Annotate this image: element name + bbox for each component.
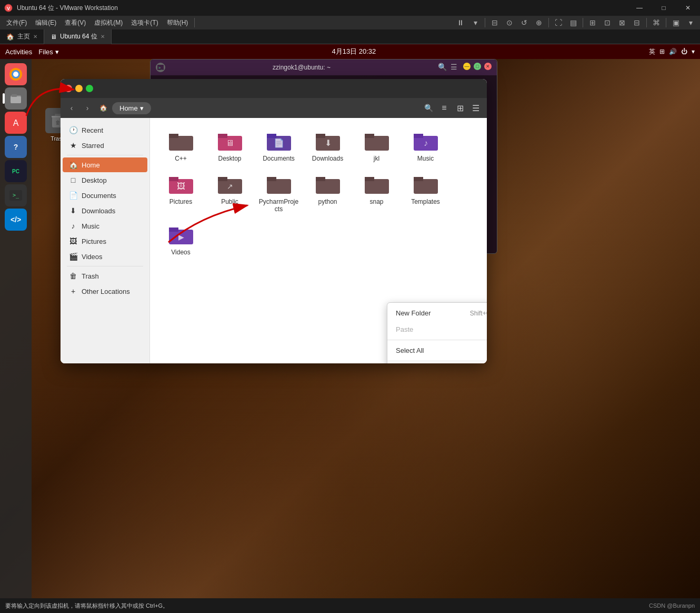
ctx-paste[interactable]: Paste xyxy=(387,321,487,338)
folder-python[interactable]: python xyxy=(305,170,350,216)
menu-help[interactable]: 帮助(H) xyxy=(163,17,193,28)
svg-rect-50 xyxy=(365,179,389,194)
menu-edit[interactable]: 编辑(E) xyxy=(31,17,61,28)
sidebar-item-recent[interactable]: 🕐 Recent xyxy=(63,123,147,137)
toolbar-fit-icon[interactable]: ⊠ xyxy=(615,17,629,28)
menu-vm[interactable]: 虚拟机(M) xyxy=(90,17,127,28)
dock-files[interactable] xyxy=(5,87,27,110)
bottombar-hint: 要将输入定向到该虚拟机，请将鼠标指针移入其中或按 Ctrl+G。 xyxy=(5,602,168,610)
videos-sidebar-icon: 🎬 xyxy=(69,252,77,261)
svg-text:A: A xyxy=(13,118,19,127)
topbar-dropdown-icon: ▾ xyxy=(692,48,695,55)
terminal-search-icon[interactable]: 🔍 xyxy=(438,63,447,72)
sidebar-separator-2 xyxy=(67,266,143,266)
sidebar-item-documents[interactable]: 📄 Documents xyxy=(63,188,147,203)
toolbar-usb-icon[interactable]: ⊟ xyxy=(487,17,502,28)
folder-videos[interactable]: ▶ Videos xyxy=(158,220,203,259)
svg-rect-47 xyxy=(267,177,276,181)
dock-firefox[interactable] xyxy=(5,63,27,85)
sidebar-item-downloads[interactable]: ⬇ Downloads xyxy=(63,203,147,218)
dock-pycharm[interactable]: PC xyxy=(5,160,27,182)
fm-view-toggle-button[interactable]: ⊞ xyxy=(453,101,467,115)
terminal-maximize-button[interactable]: □ xyxy=(474,63,481,70)
toolbar-display-dropdown[interactable]: ▾ xyxy=(683,17,698,28)
svg-rect-55 xyxy=(169,228,178,232)
home-tab-label: 主页 xyxy=(17,32,30,41)
fm-search-button[interactable]: 🔍 xyxy=(422,101,435,115)
menu-view[interactable]: 查看(V) xyxy=(61,17,90,28)
sep6 xyxy=(666,18,666,27)
menu-file[interactable]: 文件(F) xyxy=(2,17,31,28)
folder-jkl[interactable]: jkl xyxy=(354,126,399,165)
toolbar-ctrla-icon[interactable]: ⌘ xyxy=(649,17,664,28)
fm-view-list-button[interactable]: ≡ xyxy=(437,101,451,115)
vmware-close-button[interactable]: ✕ xyxy=(676,0,700,16)
ubuntu-dock: A ? PC >_ </> xyxy=(0,59,32,598)
tab-ubuntu[interactable]: 🖥 Ubuntu 64 位 ✕ xyxy=(44,29,112,44)
dock-appstore[interactable]: A xyxy=(5,112,27,134)
svg-rect-33 xyxy=(316,134,325,138)
svg-rect-46 xyxy=(267,179,291,194)
dock-terminal[interactable]: >_ xyxy=(5,184,27,206)
toolbar-shrink-icon[interactable]: ⊡ xyxy=(600,17,615,28)
folder-pycharm[interactable]: PycharmProjects xyxy=(256,170,301,216)
folder-desktop[interactable]: 🖥 Desktop xyxy=(207,126,252,165)
toolbar-snapshot-icon[interactable]: ⊙ xyxy=(502,17,517,28)
ctx-select-all[interactable]: Select All Ctrl+A xyxy=(387,342,487,359)
toolbar-send-icon[interactable]: ⊕ xyxy=(532,17,546,28)
home-tab-close[interactable]: ✕ xyxy=(33,34,37,39)
folder-documents[interactable]: 📄 Documents xyxy=(256,126,301,165)
terminal-menu-icon[interactable]: ☰ xyxy=(451,63,460,72)
toolbar-unity-icon[interactable]: ▤ xyxy=(566,17,581,28)
toolbar-size-icon[interactable]: ⊟ xyxy=(629,17,644,28)
vmware-minimize-button[interactable]: — xyxy=(627,0,652,16)
files-menu[interactable]: Files ▾ xyxy=(38,48,58,56)
folder-cpp[interactable]: C++ xyxy=(158,126,203,165)
folder-music[interactable]: ♪ Music xyxy=(403,126,448,165)
folder-snap[interactable]: snap xyxy=(354,170,399,216)
folder-pictures-icon: 🖼 xyxy=(167,173,195,196)
toolbar-dropdown-icon[interactable]: ▾ xyxy=(468,17,483,28)
toolbar-revert-icon[interactable]: ↺ xyxy=(517,17,532,28)
terminal-close-button[interactable]: ✕ xyxy=(484,63,492,70)
dock-help[interactable]: ? xyxy=(5,136,27,158)
folder-pictures[interactable]: 🖼 Pictures xyxy=(158,170,203,216)
fm-address-bar[interactable]: Home ▾ xyxy=(112,102,151,114)
toolbar-separator xyxy=(194,18,195,27)
sidebar-item-music[interactable]: ♪ Music xyxy=(63,219,147,233)
toolbar-display-icon[interactable]: ▣ xyxy=(668,17,683,28)
dock-vscode[interactable]: </> xyxy=(5,209,27,231)
toolbar-pause-icon[interactable]: ⏸ xyxy=(453,17,468,28)
fm-forward-button[interactable]: › xyxy=(81,101,94,115)
vmware-maximize-button[interactable]: □ xyxy=(652,0,676,16)
context-menu: New Folder Shift+Ctrl+N Paste Select All… xyxy=(387,302,487,363)
sidebar-item-starred[interactable]: ★ Starred xyxy=(63,138,147,153)
folder-templates[interactable]: Templates xyxy=(403,170,448,216)
terminal-minimize-button[interactable]: — xyxy=(463,63,471,70)
menu-tab[interactable]: 选项卡(T) xyxy=(127,17,162,28)
sidebar-item-trash[interactable]: 🗑 Trash xyxy=(63,269,147,283)
sidebar-item-home[interactable]: 🏠 Home xyxy=(63,157,147,172)
fm-menu-button[interactable]: ☰ xyxy=(469,101,483,115)
fm-minimize-button[interactable] xyxy=(75,85,83,92)
fm-home-button[interactable]: 🏠 xyxy=(96,101,110,115)
folder-downloads[interactable]: ⬇ Downloads xyxy=(305,126,350,165)
fm-back-button[interactable]: ‹ xyxy=(65,101,78,115)
sidebar-item-videos[interactable]: 🎬 Videos xyxy=(63,249,147,264)
sidebar-separator-1 xyxy=(67,155,143,155)
sidebar-item-desktop[interactable]: □ Desktop xyxy=(63,173,147,187)
sidebar-item-other[interactable]: + Other Locations xyxy=(63,284,147,299)
tab-home[interactable]: 🏠 主页 ✕ xyxy=(0,29,44,44)
fm-maximize-button[interactable] xyxy=(86,85,93,92)
sidebar-item-pictures[interactable]: 🖼 Pictures xyxy=(63,234,147,249)
toolbar-fullscreen-icon[interactable]: ⛶ xyxy=(551,17,566,28)
sidebar-documents-label: Documents xyxy=(82,192,116,200)
fm-close-button[interactable] xyxy=(65,85,72,92)
ctx-new-folder[interactable]: New Folder Shift+Ctrl+N xyxy=(387,305,487,321)
sep2 xyxy=(485,18,485,27)
ctx-select-all-shortcut: Ctrl+A xyxy=(486,347,487,354)
toolbar-magnify-icon[interactable]: ⊞ xyxy=(585,17,600,28)
ubuntu-tab-close[interactable]: ✕ xyxy=(101,34,105,39)
folder-public[interactable]: ↗ Public xyxy=(207,170,252,216)
activities-button[interactable]: Activities xyxy=(5,48,32,56)
